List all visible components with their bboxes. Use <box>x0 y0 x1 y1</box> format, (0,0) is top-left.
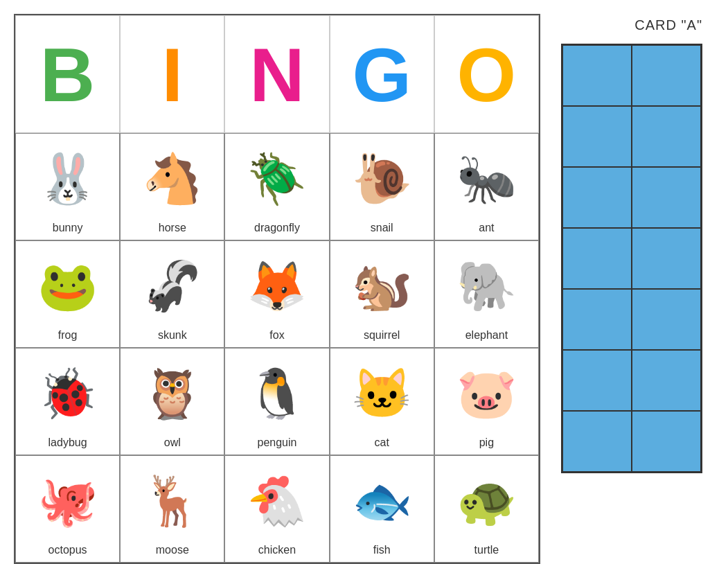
horse-icon: 🐴 <box>142 138 202 219</box>
cell-octopus: 🐙 octopus <box>15 455 120 563</box>
card-title: CARD "A" <box>634 17 702 33</box>
score-grid <box>561 44 702 473</box>
dragonfly-icon: 🪲 <box>247 138 307 219</box>
owl-label: owl <box>164 437 181 449</box>
turtle-label: turtle <box>474 544 499 556</box>
score-cell-12[interactable] <box>632 350 701 411</box>
bingo-card: B I N G O 🐰 bunny 🐴 horse 🪲 dragonfly 🐌 … <box>14 14 540 564</box>
octopus-label: octopus <box>48 544 87 556</box>
cell-ant: 🐜 ant <box>434 133 539 240</box>
cell-squirrel: 🐿️ squirrel <box>330 240 434 348</box>
cell-elephant: 🐘 elephant <box>434 240 539 348</box>
penguin-icon: 🐧 <box>247 353 307 434</box>
chicken-icon: 🐔 <box>247 460 307 541</box>
score-cell-8[interactable] <box>632 228 701 289</box>
cat-icon: 🐱 <box>352 353 412 434</box>
bunny-label: bunny <box>53 222 83 234</box>
penguin-label: penguin <box>258 437 297 449</box>
frog-icon: 🐸 <box>37 245 98 326</box>
fox-label: fox <box>269 329 284 342</box>
score-cell-10[interactable] <box>632 289 701 350</box>
ladybug-icon: 🐞 <box>37 353 98 434</box>
score-cell-2[interactable] <box>632 45 701 106</box>
cell-skunk: 🦨 skunk <box>120 240 224 348</box>
snail-icon: 🐌 <box>352 138 412 219</box>
squirrel-label: squirrel <box>364 329 400 342</box>
letter-o: O <box>434 15 539 133</box>
cell-dragonfly: 🪲 dragonfly <box>224 133 329 240</box>
score-cell-9[interactable] <box>562 289 632 350</box>
fish-icon: 🐟 <box>352 460 412 541</box>
letter-n: N <box>224 15 329 133</box>
score-cell-6[interactable] <box>632 167 701 228</box>
cell-chicken: 🐔 chicken <box>224 455 329 563</box>
cat-label: cat <box>375 437 389 449</box>
fish-label: fish <box>373 544 391 556</box>
score-cell-3[interactable] <box>562 106 632 167</box>
cell-turtle: 🐢 turtle <box>434 455 539 563</box>
right-panel: CARD "A" <box>561 14 702 473</box>
cell-fox: 🦊 fox <box>224 240 329 348</box>
skunk-label: skunk <box>158 329 187 342</box>
cell-horse: 🐴 horse <box>120 133 224 240</box>
cell-owl: 🦉 owl <box>120 348 224 455</box>
score-cell-5[interactable] <box>562 167 632 228</box>
frog-label: frog <box>58 329 78 342</box>
score-cell-7[interactable] <box>562 228 632 289</box>
score-cell-11[interactable] <box>562 350 632 411</box>
letter-i: I <box>120 15 224 133</box>
ladybug-label: ladybug <box>48 437 87 449</box>
cell-frog: 🐸 frog <box>15 240 120 348</box>
ant-icon: 🐜 <box>456 138 517 219</box>
score-cell-1[interactable] <box>562 45 632 106</box>
fox-icon: 🦊 <box>247 245 307 326</box>
cell-bunny: 🐰 bunny <box>15 133 120 240</box>
dragonfly-label: dragonfly <box>254 222 300 234</box>
letter-b: B <box>15 15 120 133</box>
elephant-label: elephant <box>465 329 508 342</box>
cell-penguin: 🐧 penguin <box>224 348 329 455</box>
skunk-icon: 🦨 <box>142 245 202 326</box>
octopus-icon: 🐙 <box>37 460 98 541</box>
bunny-icon: 🐰 <box>37 138 98 219</box>
moose-label: moose <box>156 544 189 556</box>
score-cell-4[interactable] <box>632 106 701 167</box>
cell-cat: 🐱 cat <box>330 348 434 455</box>
score-cell-13[interactable] <box>562 411 632 472</box>
horse-label: horse <box>159 222 186 234</box>
turtle-icon: 🐢 <box>456 460 517 541</box>
pig-icon: 🐷 <box>456 353 517 434</box>
elephant-icon: 🐘 <box>456 245 517 326</box>
score-cell-14[interactable] <box>632 411 701 472</box>
chicken-label: chicken <box>258 544 296 556</box>
ant-label: ant <box>479 222 494 234</box>
pig-label: pig <box>479 437 494 449</box>
cell-pig: 🐷 pig <box>434 348 539 455</box>
cell-snail: 🐌 snail <box>330 133 434 240</box>
bingo-header: B I N G O <box>15 15 539 133</box>
cell-moose: 🦌 moose <box>120 455 224 563</box>
cell-fish: 🐟 fish <box>330 455 434 563</box>
snail-label: snail <box>371 222 393 234</box>
bingo-grid: 🐰 bunny 🐴 horse 🪲 dragonfly 🐌 snail 🐜 an… <box>15 133 539 563</box>
cell-ladybug: 🐞 ladybug <box>15 348 120 455</box>
squirrel-icon: 🐿️ <box>352 245 412 326</box>
letter-g: G <box>330 15 434 133</box>
moose-icon: 🦌 <box>142 460 202 541</box>
owl-icon: 🦉 <box>142 353 202 434</box>
